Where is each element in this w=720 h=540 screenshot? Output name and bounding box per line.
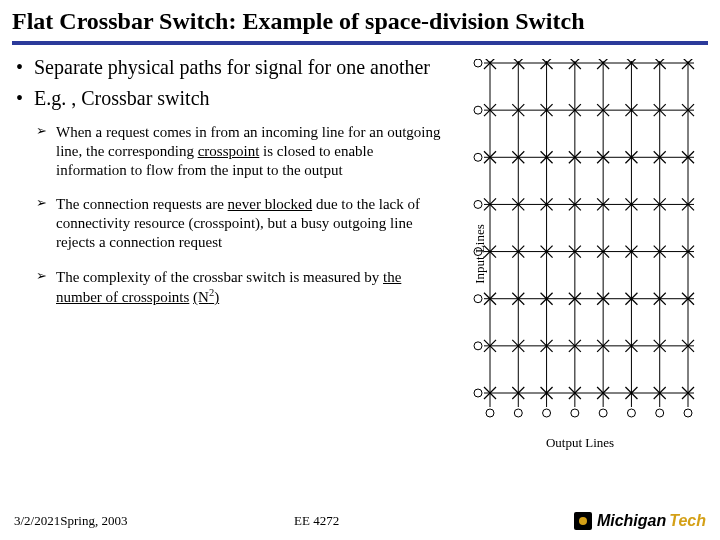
bullet-2: E.g. , Crossbar switch When a request co… [34,86,442,307]
sub3-n-open: (N [193,289,209,305]
footer-course: EE 4272 [294,513,494,529]
svg-point-21 [543,409,551,417]
sub2-underline: never blocked [228,196,313,212]
sub-bullet-3: The complexity of the crossbar switch is… [56,268,442,308]
footer-semester: Spring, 2003 [60,513,127,528]
title-underline [12,41,708,45]
sub3-underline-2: (N2) [193,289,219,305]
logo-icon [574,512,592,530]
svg-point-23 [571,409,579,417]
sub3-n-close: ) [214,289,219,305]
crossbar-svg [460,59,700,429]
michigan-tech-logo: MichiganTech [574,512,706,530]
svg-point-13 [474,342,482,350]
svg-point-11 [474,295,482,303]
crossbar-diagram: Input Lines Output Lines [460,59,700,449]
logo-text-2: Tech [669,512,706,530]
svg-point-29 [656,409,664,417]
sub-bullet-2: The connection requests are never blocke… [56,195,442,251]
slide-footer: 3/2/2021Spring, 2003 EE 4272 MichiganTec… [0,512,720,530]
sub-bullet-1: When a request comes in from an incoming… [56,123,442,179]
logo-text-1: Michigan [597,512,666,530]
bullet-1: Separate physical paths for signal for o… [34,55,442,80]
footer-date: 3/2/2021 [14,513,60,528]
slide-title: Flat Crossbar Switch: Example of space-d… [12,8,708,41]
svg-point-3 [474,106,482,114]
sub2-pre: The connection requests are [56,196,228,212]
svg-point-25 [599,409,607,417]
svg-point-1 [474,59,482,67]
svg-point-15 [474,389,482,397]
text-column: Separate physical paths for signal for o… [12,55,442,449]
svg-point-7 [474,200,482,208]
svg-point-31 [684,409,692,417]
svg-point-5 [474,153,482,161]
output-lines-label: Output Lines [460,435,700,451]
sub3-pre: The complexity of the crossbar switch is… [56,269,383,285]
input-lines-label: Input Lines [472,224,488,284]
svg-point-19 [514,409,522,417]
svg-point-27 [627,409,635,417]
svg-point-17 [486,409,494,417]
bullet-2-text: E.g. , Crossbar switch [34,87,210,109]
sub1-underline: crosspoint [198,143,260,159]
